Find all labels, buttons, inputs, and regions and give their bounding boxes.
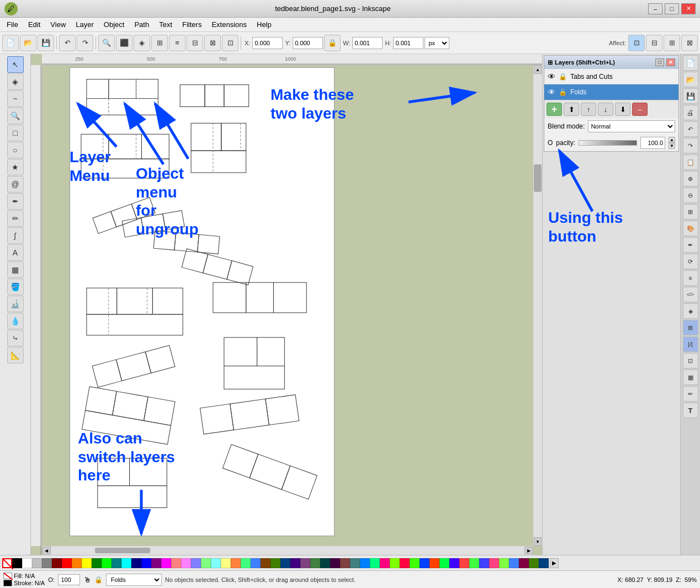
- palette-color[interactable]: [499, 558, 509, 568]
- palette-color[interactable]: [280, 558, 290, 568]
- palette-color[interactable]: [52, 558, 62, 568]
- palette-color[interactable]: [62, 558, 72, 568]
- palette-color[interactable]: [121, 558, 131, 568]
- tool-connector[interactable]: ⤷: [7, 330, 24, 346]
- palette-color[interactable]: [181, 558, 191, 568]
- palette-color[interactable]: [261, 558, 271, 568]
- minimize-button[interactable]: –: [648, 3, 662, 14]
- menu-extensions[interactable]: Extensions: [207, 19, 251, 30]
- palette-color[interactable]: [12, 558, 22, 568]
- palette-color[interactable]: [22, 558, 32, 568]
- palette-color[interactable]: [211, 558, 221, 568]
- palette-color[interactable]: [330, 558, 340, 568]
- tool-bucket[interactable]: 🪣: [7, 279, 24, 295]
- palette-color[interactable]: [112, 558, 121, 568]
- affect-btn1[interactable]: ⊡: [628, 35, 645, 51]
- vscroll-thumb[interactable]: [534, 164, 542, 192]
- ri-fill[interactable]: 🎨: [683, 221, 698, 236]
- tool-node[interactable]: ◈: [7, 73, 24, 90]
- tool-spray[interactable]: 💧: [7, 313, 24, 329]
- palette-color[interactable]: [300, 558, 310, 568]
- tool-dropper[interactable]: 🔬: [7, 296, 24, 312]
- tool-star[interactable]: ★: [7, 159, 24, 175]
- tool-measure[interactable]: 📐: [7, 347, 24, 364]
- layers-expand-btn[interactable]: □: [655, 58, 664, 66]
- close-button[interactable]: ✕: [681, 3, 696, 14]
- canvas-area[interactable]: 250 500 750 1000: [31, 54, 542, 555]
- palette-color[interactable]: [529, 558, 539, 568]
- tool-tweak[interactable]: ~: [7, 90, 24, 107]
- palette-color[interactable]: [539, 558, 549, 568]
- ri-pencil[interactable]: ✏: [683, 386, 698, 402]
- palette-color[interactable]: [489, 558, 499, 568]
- palette-color[interactable]: [350, 558, 360, 568]
- palette-color[interactable]: [400, 558, 410, 568]
- layer-eye-icon-2[interactable]: 👁: [548, 88, 555, 97]
- tool-pencil[interactable]: ✏: [7, 210, 24, 227]
- layer-move-up-btn[interactable]: ⬆: [564, 103, 579, 116]
- ri-snap[interactable]: ⊡: [683, 353, 698, 368]
- palette-color[interactable]: [151, 558, 161, 568]
- palette-color[interactable]: [42, 558, 52, 568]
- vertical-scrollbar[interactable]: ▲ ▼: [533, 65, 542, 546]
- tool-select[interactable]: ↖: [7, 56, 24, 73]
- ri-guides[interactable]: |/|: [683, 336, 698, 352]
- toolbar-group[interactable]: ⊞: [151, 35, 168, 51]
- ri-xml[interactable]: </>: [683, 287, 698, 302]
- menu-path[interactable]: Path: [130, 19, 153, 30]
- palette-color[interactable]: [191, 558, 201, 568]
- layer-eye-icon[interactable]: 👁: [548, 72, 555, 81]
- tool-pen[interactable]: ✒: [7, 193, 24, 210]
- ri-align[interactable]: ≡: [683, 270, 698, 286]
- palette-color[interactable]: [141, 558, 151, 568]
- toolbar-align3[interactable]: ⊠: [204, 35, 221, 51]
- palette-color[interactable]: [310, 558, 320, 568]
- toolbar-zoom-in[interactable]: 🔍: [98, 35, 115, 51]
- palette-color[interactable]: [201, 558, 211, 568]
- ri-nodes[interactable]: ◈: [683, 303, 698, 319]
- opacity-spinner[interactable]: ▲ ▼: [669, 137, 675, 149]
- palette-color[interactable]: [420, 558, 429, 568]
- horizontal-scrollbar[interactable]: ◀ ▶: [42, 546, 533, 555]
- palette-color[interactable]: [271, 558, 280, 568]
- palette-color[interactable]: [102, 558, 112, 568]
- layer-raise-btn[interactable]: ↑: [581, 103, 596, 116]
- palette-color[interactable]: [290, 558, 300, 568]
- opacity-status-input[interactable]: [58, 574, 80, 585]
- toolbar-save[interactable]: 💾: [38, 35, 54, 51]
- palette-color[interactable]: [449, 558, 459, 568]
- fill-color-box[interactable]: [3, 573, 12, 579]
- palette-color[interactable]: [360, 558, 370, 568]
- palette-color[interactable]: [340, 558, 350, 568]
- toolbar-new[interactable]: 📄: [2, 35, 19, 51]
- toolbar-align[interactable]: ≡: [169, 35, 185, 51]
- ri-paste[interactable]: 📋: [683, 154, 698, 170]
- maximize-button[interactable]: □: [665, 3, 679, 14]
- layer-lock-icon-2[interactable]: 🔒: [559, 88, 567, 96]
- layer-lock-icon[interactable]: 🔒: [559, 73, 567, 81]
- ri-text[interactable]: T: [683, 403, 698, 418]
- affect-btn2[interactable]: ⊟: [646, 35, 662, 51]
- toolbar-undo[interactable]: ↶: [59, 35, 76, 51]
- palette-color[interactable]: [171, 558, 181, 568]
- ri-gradient-editor[interactable]: ▦: [683, 370, 698, 385]
- toolbar-select[interactable]: ⬛: [116, 35, 132, 51]
- ri-save[interactable]: 💾: [683, 88, 698, 104]
- layer-bottom-btn[interactable]: ⬇: [615, 103, 630, 116]
- layer-lower-btn[interactable]: ↓: [598, 103, 613, 116]
- palette-color[interactable]: [469, 558, 479, 568]
- no-color-swatch[interactable]: [2, 558, 12, 568]
- ri-zoom-in[interactable]: ⊕: [683, 171, 698, 186]
- ri-transform[interactable]: ⟳: [683, 254, 698, 269]
- ri-redo[interactable]: ↷: [683, 138, 698, 153]
- menu-view[interactable]: View: [46, 19, 70, 30]
- menu-edit[interactable]: Edit: [24, 19, 45, 30]
- palette-color[interactable]: [251, 558, 261, 568]
- palette-color[interactable]: [72, 558, 82, 568]
- affect-btn3[interactable]: ⊞: [664, 35, 680, 51]
- palette-color[interactable]: [519, 558, 529, 568]
- stroke-color-box[interactable]: [3, 580, 12, 586]
- toolbar-lock[interactable]: 🔒: [324, 35, 341, 51]
- palette-color[interactable]: [509, 558, 519, 568]
- palette-color[interactable]: [161, 558, 171, 568]
